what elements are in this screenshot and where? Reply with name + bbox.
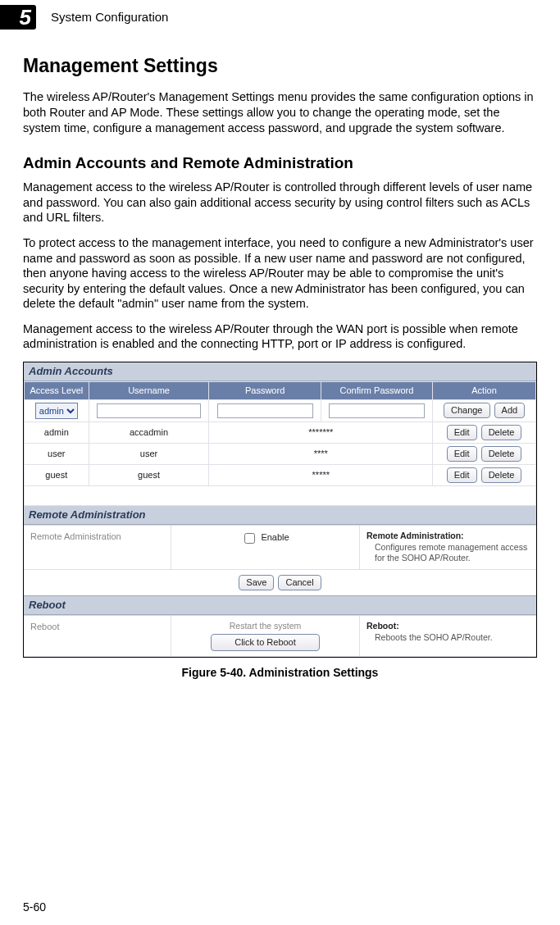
chapter-title: System Configuration — [51, 9, 168, 25]
admin-accounts-table: Access Level Username Password Confirm P… — [24, 381, 536, 505]
reboot-sublabel: Restart the system — [178, 621, 353, 631]
reboot-section-title: Reboot — [24, 596, 536, 616]
paragraph-intro: The wireless AP/Router's Management Sett… — [23, 89, 537, 135]
cell-user: user — [89, 443, 209, 464]
heading-admin-accounts: Admin Accounts and Remote Administration — [23, 153, 537, 173]
page-number: 5-60 — [23, 900, 46, 915]
edit-button[interactable]: Edit — [447, 467, 477, 483]
enable-checkbox[interactable] — [244, 533, 255, 544]
edit-button[interactable]: Edit — [447, 446, 477, 462]
cell-password-mask: ******* — [209, 421, 433, 443]
cell-level: admin — [25, 421, 89, 443]
col-action: Action — [433, 382, 536, 399]
col-confirm-password: Confirm Password — [321, 382, 432, 399]
remote-admin-section-title: Remote Administration — [24, 506, 536, 526]
col-access-level: Access Level — [25, 382, 89, 399]
cancel-button[interactable]: Cancel — [278, 575, 321, 590]
edit-button[interactable]: Edit — [447, 425, 477, 440]
admin-settings-panel: Admin Accounts Access Level Username Pas… — [23, 362, 537, 658]
remote-admin-grid: Remote Administration Enable Remote Admi… — [24, 525, 536, 595]
remote-admin-help: Remote Administration: Configures remote… — [360, 526, 536, 569]
cell-user: guest — [89, 464, 209, 485]
new-account-row: admin Change Add — [25, 399, 536, 421]
add-button[interactable]: Add — [494, 403, 526, 418]
access-level-select[interactable]: admin — [35, 403, 78, 419]
cell-level: guest — [25, 464, 89, 485]
paragraph-protect-access: To protect access to the management inte… — [23, 235, 537, 312]
reboot-help: Reboot: Reboots the SOHO AP/Router. — [360, 616, 536, 656]
table-row: user user **** Edit Delete — [25, 443, 536, 464]
change-button[interactable]: Change — [444, 403, 490, 418]
delete-button[interactable]: Delete — [481, 425, 522, 440]
click-to-reboot-button[interactable]: Click to Reboot — [211, 634, 320, 651]
admin-accounts-section-title: Admin Accounts — [24, 362, 536, 382]
col-password: Password — [209, 382, 321, 399]
save-button[interactable]: Save — [239, 575, 274, 590]
reboot-label: Reboot — [24, 616, 171, 656]
enable-label: Enable — [261, 533, 289, 543]
confirm-password-input[interactable] — [329, 403, 425, 418]
cell-password-mask: **** — [209, 443, 433, 464]
page-header: 5 System Configuration — [0, 0, 560, 30]
figure-caption: Figure 5-40. Administration Settings — [23, 666, 537, 681]
heading-management-settings: Management Settings — [23, 54, 537, 78]
paragraph-wan-access: Management access to the wireless AP/Rou… — [23, 321, 537, 352]
delete-button[interactable]: Delete — [481, 446, 522, 462]
reboot-grid: Reboot Restart the system Click to Reboo… — [24, 615, 536, 656]
paragraph-access-levels: Management access to the wireless AP/Rou… — [23, 180, 537, 226]
table-header-row: Access Level Username Password Confirm P… — [25, 382, 536, 399]
delete-button[interactable]: Delete — [481, 467, 522, 483]
chapter-number-tab: 5 — [0, 5, 36, 30]
table-row: admin accadmin ******* Edit Delete — [25, 421, 536, 443]
username-input[interactable] — [97, 403, 201, 418]
cell-password-mask: ***** — [209, 464, 433, 485]
cell-user: accadmin — [89, 421, 209, 443]
col-username: Username — [89, 382, 209, 399]
table-row: guest guest ***** Edit Delete — [25, 464, 536, 485]
cell-level: user — [25, 443, 89, 464]
remote-admin-label: Remote Administration — [24, 526, 171, 569]
password-input[interactable] — [217, 403, 313, 418]
